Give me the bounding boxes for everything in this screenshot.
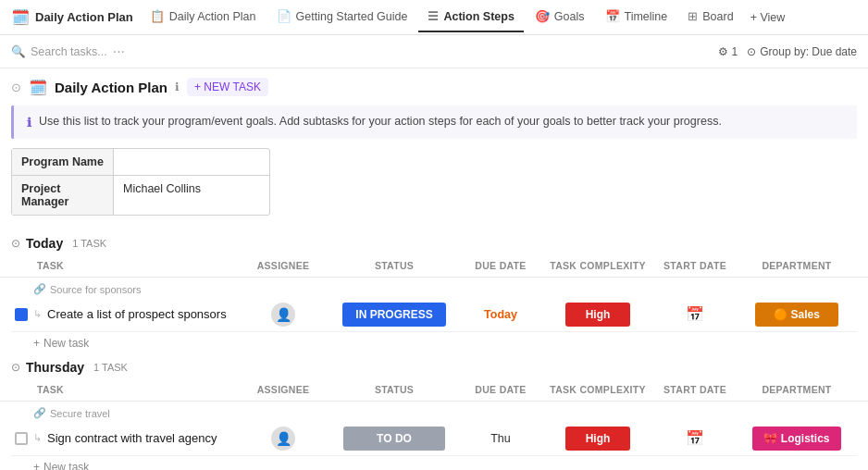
complexity-cell-today-0: High	[542, 303, 653, 327]
table-row: ↳ Create a list of prospect sponsors 👤 I…	[11, 297, 857, 332]
meta-table: Program Name Project Manager Michael Col…	[11, 148, 270, 216]
more-options-icon[interactable]: ···	[113, 43, 125, 60]
group-count-today: 1 TASK	[72, 238, 106, 249]
group-thursday-header: ⊙ Thursday 1 TASK	[0, 354, 868, 378]
tab-label-goals: Goals	[554, 10, 585, 23]
add-view-button[interactable]: + View	[743, 6, 793, 30]
plus-icon-today: +	[33, 337, 40, 350]
table-row: ↳ Sign contract with travel agency 👤 TO …	[11, 421, 857, 456]
filter-icon: ⚙	[718, 45, 728, 58]
status-badge-thu-0[interactable]: TO DO	[343, 427, 445, 451]
parent-label-thu-0: 🔗 Secure travel	[11, 402, 857, 419]
tab-icon-action: ☰	[428, 9, 439, 23]
task-checkbox-today-0[interactable]	[15, 308, 28, 321]
status-cell-thu-0: TO DO	[329, 427, 459, 451]
nav-tabs: 📋 Daily Action Plan 📄 Getting Started Gu…	[141, 2, 743, 32]
filter-button[interactable]: ⚙ 1	[718, 45, 738, 58]
tab-action-steps[interactable]: ☰ Action Steps	[418, 2, 523, 32]
calendar-icon-thu-0[interactable]: 📅	[686, 429, 704, 447]
filter-count: 1	[732, 45, 738, 58]
group-thursday: ⊙ Thursday 1 TASK TASK ASSIGNEE STATUS D…	[0, 354, 868, 470]
col-complexity: TASK COMPLEXITY	[542, 256, 653, 275]
tab-icon-goals: 🎯	[535, 9, 550, 23]
start-date-cell-thu-0: 📅	[653, 429, 737, 447]
page-title: Daily Action Plan	[55, 80, 167, 95]
meta-row-program: Program Name	[12, 149, 269, 176]
col-dept-thu: DEPARTMENT	[737, 380, 857, 399]
dept-cell-thu-0: 🎀 Logistics	[737, 427, 857, 451]
top-nav: 🗓️ Daily Action Plan 📋 Daily Action Plan…	[0, 0, 868, 35]
tab-icon-getting: 📄	[277, 9, 291, 23]
new-task-button[interactable]: + NEW TASK	[187, 78, 268, 96]
status-cell-today-0: IN PROGRESS	[329, 303, 459, 327]
add-view-label: + View	[750, 11, 786, 24]
tab-label-action: Action Steps	[443, 10, 514, 23]
logo-icon: 🗓️	[11, 8, 30, 26]
group-today-header: ⊙ Today 1 TASK	[0, 230, 868, 254]
tab-daily-action[interactable]: 📋 Daily Action Plan	[141, 2, 266, 32]
tab-label-daily: Daily Action Plan	[169, 10, 256, 23]
parent-icon: 🔗	[33, 283, 46, 295]
search-placeholder: Search tasks...	[31, 45, 107, 58]
tab-label-timeline: Timeline	[625, 10, 668, 23]
task-name-thu-0[interactable]: Sign contract with travel agency	[47, 431, 217, 445]
avatar-thu-0[interactable]: 👤	[271, 427, 295, 451]
tab-board[interactable]: ⊞ Board	[678, 2, 742, 32]
status-badge-today-0[interactable]: IN PROGRESS	[342, 303, 445, 327]
search-icon: 🔍	[11, 44, 26, 58]
meta-value-manager: Michael Collins	[114, 176, 269, 215]
complexity-badge-thu-0: High	[565, 427, 630, 451]
parent-icon-thu: 🔗	[33, 407, 46, 419]
new-task-row-today[interactable]: + New task	[11, 332, 857, 354]
col-headers-thursday: TASK ASSIGNEE STATUS DUE DATE TASK COMPL…	[0, 378, 868, 402]
info-box: ℹ Use this list to track your program/ev…	[11, 105, 857, 139]
group-toggle-thursday[interactable]: ⊙	[11, 361, 20, 374]
task-group-thursday: 🔗 Secure travel ↳ Sign contract with tra…	[0, 402, 868, 470]
toolbar-left: 🔍 Search tasks... ···	[11, 43, 125, 60]
tab-label-board: Board	[702, 10, 733, 23]
group-label-thursday: Thursday	[26, 360, 84, 375]
new-task-label-today: New task	[43, 337, 89, 350]
page-toggle-icon[interactable]: ⊙	[11, 80, 21, 94]
plus-icon-thu: +	[33, 461, 40, 470]
tab-icon-daily: 📋	[150, 9, 165, 23]
calendar-icon-today-0[interactable]: 📅	[686, 305, 704, 323]
col-task-thu: TASK	[33, 380, 237, 399]
group-today: ⊙ Today 1 TASK TASK ASSIGNEE STATUS DUE …	[0, 230, 868, 354]
group-by-button[interactable]: ⊙ Group by: Due date	[747, 45, 857, 58]
group-toggle-today[interactable]: ⊙	[11, 237, 20, 250]
avatar-today-0[interactable]: 👤	[271, 303, 295, 327]
new-task-row-thursday[interactable]: + New task	[11, 456, 857, 470]
task-checkbox-thu-0[interactable]	[15, 432, 28, 445]
task-name-today-0[interactable]: Create a list of prospect sponsors	[47, 307, 227, 321]
tab-label-getting: Getting Started Guide	[296, 10, 408, 23]
task-name-cell-thu-0: ↳ Sign contract with travel agency	[11, 431, 237, 445]
tab-timeline[interactable]: 📅 Timeline	[596, 2, 677, 32]
meta-value-program[interactable]	[114, 149, 269, 175]
group-label: Group by: Due date	[760, 45, 857, 58]
group-count-thursday: 1 TASK	[93, 362, 128, 373]
col-status-thu: STATUS	[329, 380, 459, 399]
app-logo: 🗓️ Daily Action Plan	[11, 8, 133, 26]
info-icon: ℹ	[27, 116, 31, 130]
tab-goals[interactable]: 🎯 Goals	[526, 2, 594, 32]
dept-badge-today-0[interactable]: 🟠 Sales	[755, 303, 838, 327]
search-box[interactable]: 🔍 Search tasks...	[11, 44, 107, 58]
dept-badge-thu-0[interactable]: 🎀 Logistics	[752, 427, 840, 451]
info-text: Use this list to track your program/even…	[39, 115, 722, 128]
parent-text: Source for sponsors	[50, 284, 141, 295]
col-complexity-thu: TASK COMPLEXITY	[542, 380, 653, 399]
logo-label: Daily Action Plan	[35, 10, 133, 24]
due-cell-today-0: Today	[459, 308, 542, 321]
toolbar-right: ⚙ 1 ⊙ Group by: Due date	[718, 45, 857, 58]
col-task: TASK	[33, 256, 237, 275]
toolbar: 🔍 Search tasks... ··· ⚙ 1 ⊙ Group by: Du…	[0, 35, 868, 68]
meta-label-program: Program Name	[12, 149, 114, 175]
group-label-today: Today	[26, 236, 63, 251]
assignee-cell-thu-0: 👤	[237, 427, 329, 451]
tab-getting-started[interactable]: 📄 Getting Started Guide	[267, 2, 417, 32]
page-info-icon[interactable]: ℹ	[175, 80, 180, 93]
new-task-label-thu: New task	[43, 461, 89, 470]
dept-cell-today-0: 🟠 Sales	[737, 303, 857, 327]
col-assignee: ASSIGNEE	[237, 256, 329, 275]
